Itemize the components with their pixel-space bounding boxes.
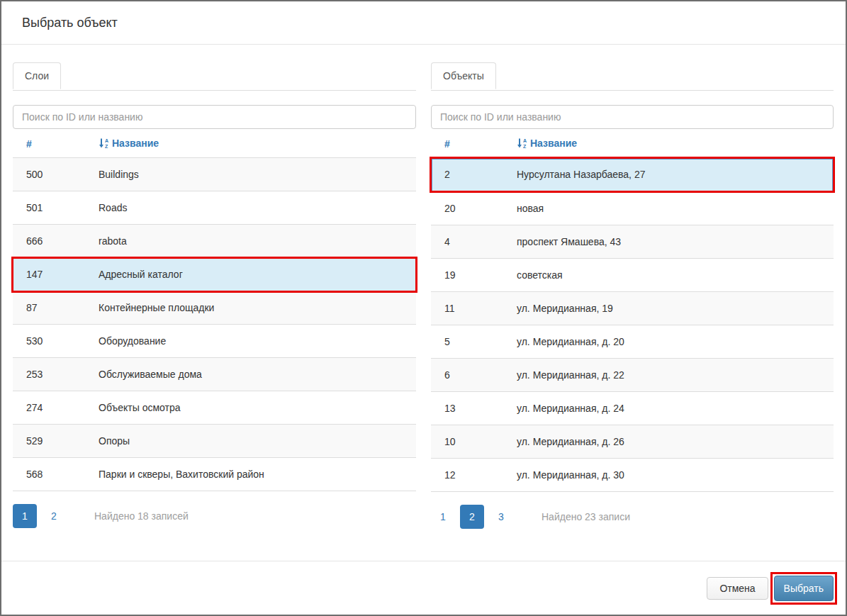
layers-search-input[interactable] bbox=[13, 105, 416, 129]
cancel-button[interactable]: Отмена bbox=[707, 577, 768, 600]
table-row[interactable]: 666 rabota bbox=[13, 225, 416, 258]
svg-text:Z: Z bbox=[523, 144, 527, 149]
page-button-active[interactable]: 1 bbox=[13, 504, 37, 528]
row-name: Оборудование bbox=[85, 325, 416, 358]
table-row[interactable]: 87 Контейнерные площадки bbox=[13, 291, 416, 325]
tab-objects[interactable]: Объекты bbox=[431, 62, 496, 89]
sort-alpha-asc-icon: A Z bbox=[99, 138, 109, 150]
row-name: Опоры bbox=[85, 425, 416, 458]
row-name: ул. Меридианная, 19 bbox=[503, 292, 834, 325]
row-id: 666 bbox=[13, 225, 85, 258]
row-id: 500 bbox=[13, 158, 85, 191]
row-name: Buildings bbox=[85, 158, 416, 191]
table-row-selected[interactable]: 147 Адресный каталог bbox=[13, 258, 416, 291]
row-name: проспект Ямашева, 43 bbox=[503, 225, 834, 259]
row-name: ул. Меридианная, д. 26 bbox=[503, 425, 834, 459]
row-id: 6 bbox=[431, 359, 503, 392]
row-name: Парки и скверы, Вахитовский район bbox=[85, 458, 416, 491]
row-name: советская bbox=[503, 259, 834, 292]
table-row[interactable]: 501 Roads bbox=[13, 191, 416, 225]
table-row[interactable]: 529 Опоры bbox=[13, 425, 416, 458]
objects-search-input[interactable] bbox=[431, 105, 834, 129]
objects-panel: Объекты # A Z bbox=[431, 62, 834, 561]
table-row[interactable]: 4 проспект Ямашева, 43 bbox=[431, 225, 834, 259]
found-records-text: Найдено 18 записей bbox=[94, 510, 189, 522]
row-name: Нурсултана Назарбаева, 27 bbox=[503, 158, 834, 192]
row-id: 13 bbox=[431, 392, 503, 425]
row-id: 568 bbox=[13, 458, 85, 491]
table-row[interactable]: 20 новая bbox=[431, 191, 834, 225]
table-row[interactable]: 500 Buildings bbox=[13, 158, 416, 191]
objects-pagination: 1 2 3 Найдено 23 записи bbox=[431, 505, 834, 529]
select-object-modal: Выбрать объект Слои # bbox=[0, 0, 847, 616]
select-button[interactable]: Выбрать bbox=[774, 576, 834, 601]
page-button-active[interactable]: 2 bbox=[460, 505, 484, 529]
objects-table: # A Z Название bbox=[431, 129, 834, 492]
modal-header: Выбрать объект bbox=[1, 1, 846, 45]
row-id: 529 bbox=[13, 425, 85, 458]
svg-text:A: A bbox=[105, 138, 108, 143]
modal-title: Выбрать объект bbox=[22, 16, 118, 30]
row-id: 253 bbox=[13, 358, 85, 391]
modal-body: Слои # A Z bbox=[1, 45, 846, 561]
layers-col-name-header[interactable]: A Z Название bbox=[85, 129, 416, 158]
table-row[interactable]: 13 ул. Меридианная, д. 24 bbox=[431, 392, 834, 425]
table-row-selected[interactable]: 2 Нурсултана Назарбаева, 27 bbox=[431, 158, 834, 192]
table-row[interactable]: 530 Оборудование bbox=[13, 325, 416, 358]
row-name: ул. Меридианная, д. 30 bbox=[503, 459, 834, 492]
table-row[interactable]: 11 ул. Меридианная, 19 bbox=[431, 292, 834, 325]
row-name: новая bbox=[503, 191, 834, 225]
row-name: Контейнерные площадки bbox=[85, 291, 416, 325]
layers-col-num-header[interactable]: # bbox=[13, 129, 85, 158]
table-row[interactable]: 568 Парки и скверы, Вахитовский район bbox=[13, 458, 416, 491]
row-id: 20 bbox=[431, 191, 503, 225]
table-row[interactable]: 12 ул. Меридианная, д. 30 bbox=[431, 459, 834, 492]
row-id: 87 bbox=[13, 291, 85, 325]
row-name: ул. Меридианная, д. 20 bbox=[503, 325, 834, 359]
table-row[interactable]: 5 ул. Меридианная, д. 20 bbox=[431, 325, 834, 359]
modal-footer: Отмена Выбрать bbox=[1, 561, 846, 615]
row-id: 12 bbox=[431, 459, 503, 492]
layers-table-header-row: # A Z Название bbox=[13, 129, 416, 158]
row-id: 274 bbox=[13, 391, 85, 425]
row-name: Обслуживаемые дома bbox=[85, 358, 416, 391]
layers-tabbar: Слои bbox=[13, 62, 416, 91]
objects-tabbar: Объекты bbox=[431, 62, 834, 91]
tab-layers[interactable]: Слои bbox=[13, 62, 61, 89]
row-name: rabota bbox=[85, 225, 416, 258]
row-id: 19 bbox=[431, 259, 503, 292]
objects-col-num-header[interactable]: # bbox=[431, 129, 503, 158]
select-button-highlight: Выбрать bbox=[770, 572, 837, 605]
table-row[interactable]: 19 советская bbox=[431, 259, 834, 292]
row-id: 530 bbox=[13, 325, 85, 358]
table-row[interactable]: 6 ул. Меридианная, д. 22 bbox=[431, 359, 834, 392]
row-name: ул. Меридианная, д. 22 bbox=[503, 359, 834, 392]
svg-text:Z: Z bbox=[105, 144, 108, 149]
layers-col-name-label: Название bbox=[112, 138, 159, 149]
layers-panel: Слои # A Z bbox=[13, 62, 416, 561]
table-row[interactable]: 253 Обслуживаемые дома bbox=[13, 358, 416, 391]
table-row[interactable]: 10 ул. Меридианная, д. 26 bbox=[431, 425, 834, 459]
table-row[interactable]: 274 Объекты осмотра bbox=[13, 391, 416, 425]
row-id: 5 bbox=[431, 325, 503, 359]
sort-alpha-asc-icon: A Z bbox=[517, 138, 527, 150]
row-name: Адресный каталог bbox=[85, 258, 416, 291]
layers-pagination: 1 2 Найдено 18 записей bbox=[13, 504, 416, 528]
objects-table-header-row: # A Z Название bbox=[431, 129, 834, 158]
row-id: 501 bbox=[13, 191, 85, 225]
row-id: 10 bbox=[431, 425, 503, 459]
objects-col-name-header[interactable]: A Z Название bbox=[503, 129, 834, 158]
row-name: Roads bbox=[85, 191, 416, 225]
page-button[interactable]: 1 bbox=[431, 505, 455, 529]
svg-text:A: A bbox=[523, 138, 527, 143]
row-name: Объекты осмотра bbox=[85, 391, 416, 425]
row-id: 147 bbox=[13, 258, 85, 291]
page-button[interactable]: 3 bbox=[489, 505, 513, 529]
objects-col-name-label: Название bbox=[530, 138, 577, 149]
row-id: 2 bbox=[431, 158, 503, 192]
page-button[interactable]: 2 bbox=[42, 504, 66, 528]
row-id: 4 bbox=[431, 225, 503, 259]
row-name: ул. Меридианная, д. 24 bbox=[503, 392, 834, 425]
layers-table: # A Z Название bbox=[13, 129, 416, 491]
row-id: 11 bbox=[431, 292, 503, 325]
